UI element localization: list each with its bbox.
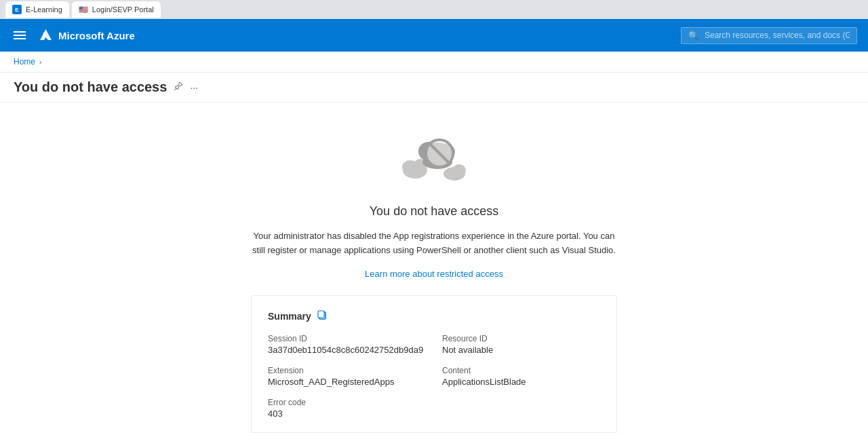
browser-tabs-bar: E E-Learning 🇺🇸 Login/SEVP Portal: [0, 0, 868, 19]
tab-elearning[interactable]: E E-Learning: [5, 1, 69, 18]
no-access-illustration: [393, 123, 475, 191]
resource-id-field: Resource ID Not available: [442, 334, 600, 355]
page-header: You do not have access ···: [0, 73, 868, 102]
pin-icon[interactable]: [174, 81, 183, 93]
empty-cell: [442, 398, 600, 419]
tab-login-label: Login/SEVP Portal: [92, 5, 154, 14]
extension-field: Extension Microsoft_AAD_RegisteredApps: [268, 366, 426, 387]
page-title: You do not have access: [14, 79, 167, 95]
summary-grid: Session ID 3a37d0eb11054c8c8c60242752db9…: [268, 334, 600, 419]
tab-elearning-label: E-Learning: [26, 5, 62, 14]
no-access-description: Your administrator has disabled the App …: [251, 229, 617, 258]
no-access-title: You do not have access: [370, 204, 498, 219]
content-field: Content ApplicationsListBlade: [442, 366, 600, 387]
summary-title: Summary: [268, 311, 311, 322]
session-id-value: 3a37d0eb11054c8c8c60242752db9da9: [268, 345, 426, 355]
breadcrumb: Home ›: [0, 52, 868, 73]
content-value: ApplicationsListBlade: [442, 377, 600, 387]
error-code-label: Error code: [268, 398, 426, 407]
copy-icon[interactable]: [317, 309, 328, 323]
error-code-field: Error code 403: [268, 398, 426, 419]
app-name: Microsoft Azure: [58, 30, 135, 41]
global-search-bar[interactable]: 🔍: [681, 27, 857, 44]
search-icon: 🔍: [688, 31, 699, 41]
tab-login[interactable]: 🇺🇸 Login/SEVP Portal: [72, 1, 161, 18]
login-favicon: 🇺🇸: [79, 5, 88, 14]
top-navigation: Microsoft Azure 🔍: [0, 19, 868, 52]
svg-rect-15: [318, 311, 324, 318]
svg-line-0: [174, 88, 176, 90]
breadcrumb-chevron: ›: [39, 58, 41, 66]
learn-more-link[interactable]: Learn more about restricted access: [365, 269, 503, 279]
more-options-icon[interactable]: ···: [190, 82, 198, 93]
resource-id-label: Resource ID: [442, 334, 600, 343]
main-content: You do not have access Your administrato…: [0, 102, 868, 433]
breadcrumb-home-link[interactable]: Home: [14, 57, 35, 67]
svg-point-5: [452, 164, 466, 176]
search-input[interactable]: [705, 31, 850, 40]
azure-logo-icon: [37, 27, 53, 43]
elearning-favicon: E: [12, 5, 22, 14]
session-id-label: Session ID: [268, 334, 426, 343]
hamburger-menu-button[interactable]: [11, 29, 28, 42]
resource-id-value: Not available: [442, 345, 600, 355]
error-code-value: 403: [268, 409, 426, 419]
azure-logo: Microsoft Azure: [37, 27, 135, 43]
session-id-field: Session ID 3a37d0eb11054c8c8c60242752db9…: [268, 334, 426, 355]
extension-value: Microsoft_AAD_RegisteredApps: [268, 377, 426, 387]
extension-label: Extension: [268, 366, 426, 375]
summary-header: Summary: [268, 309, 600, 323]
content-label: Content: [442, 366, 600, 375]
summary-box: Summary Session ID 3a37d0eb11054c8c8c602…: [251, 295, 617, 433]
